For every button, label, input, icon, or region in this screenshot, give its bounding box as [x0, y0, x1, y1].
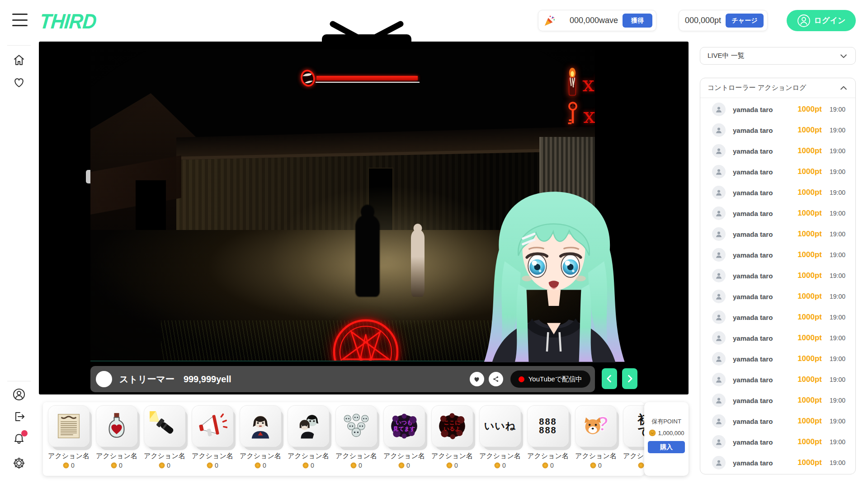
action-label: アクション名	[527, 452, 569, 460]
log-time: 19:00	[822, 293, 845, 300]
logout-icon[interactable]	[12, 410, 26, 423]
favorite-button[interactable]	[470, 372, 484, 386]
log-time: 19:00	[822, 272, 845, 279]
log-entry: yamada taro 1000pt 19:00	[700, 328, 855, 348]
log-entry: yamada taro 1000pt 19:00	[700, 120, 855, 141]
action-keycap-button[interactable]: 初 で	[623, 405, 644, 447]
log-time: 19:00	[822, 334, 845, 342]
next-stream-button[interactable]	[622, 368, 637, 389]
coin-icon	[159, 462, 165, 469]
point-balance: 1,000,000	[644, 429, 689, 436]
log-entry: yamada taro 1000pt 19:00	[700, 452, 855, 473]
login-button[interactable]: ログイン	[787, 10, 856, 31]
account-icon[interactable]	[12, 388, 26, 401]
share-button[interactable]	[489, 372, 503, 386]
action-label: アクション名	[479, 452, 521, 460]
coin-icon	[638, 462, 644, 469]
action-thumbnail	[293, 411, 323, 441]
action-keycap-button[interactable]: ?	[575, 405, 617, 447]
log-points: 1000pt	[790, 292, 822, 301]
action-log-header[interactable]: コントローラー アクションログ	[700, 78, 855, 98]
log-points: 1000pt	[790, 126, 822, 135]
action-keycap-button[interactable]	[240, 405, 281, 447]
action-keycap-button[interactable]	[96, 405, 137, 447]
wave-get-button[interactable]: 獲得	[623, 14, 652, 28]
youtube-live-badge[interactable]: YouTubeで配信中	[510, 371, 590, 388]
buy-button[interactable]: 購入	[648, 441, 685, 453]
action-keycap-button[interactable]	[288, 405, 329, 447]
user-avatar-icon	[712, 165, 726, 178]
log-points: 1000pt	[790, 417, 822, 426]
heart-icon[interactable]	[12, 75, 26, 89]
log-username: yamada taro	[733, 272, 790, 280]
action-label: アクション名	[431, 452, 473, 460]
log-time: 19:00	[822, 168, 845, 175]
user-avatar-icon	[712, 290, 726, 303]
gear-icon[interactable]	[12, 456, 26, 470]
action-label: アクション名	[623, 452, 644, 460]
wave-value: 000,000wave	[556, 16, 623, 25]
action-item: 初 で アクション名 0	[620, 405, 644, 476]
charge-button[interactable]: チャージ	[726, 14, 764, 28]
action-keycap-button[interactable]	[48, 405, 90, 447]
action-keycap-button[interactable]: ここに いるよ	[431, 405, 473, 447]
action-item: アクション名 0	[284, 405, 332, 476]
action-count-value: 0	[550, 462, 554, 469]
log-username: yamada taro	[733, 459, 790, 467]
streamer-avatar[interactable]	[96, 371, 112, 387]
action-label: アクション名	[383, 452, 425, 460]
log-points: 1000pt	[790, 230, 822, 239]
vtuber-avatar	[468, 183, 640, 362]
log-time: 19:00	[822, 376, 845, 383]
action-count-value: 0	[167, 462, 170, 469]
action-item: ここに いるよ アクション名 0	[428, 405, 476, 476]
action-keycap-button[interactable]: いつも 見てます	[383, 405, 425, 447]
user-avatar-icon	[712, 394, 726, 407]
yell-total: 999,999yell	[184, 374, 231, 385]
log-points: 1000pt	[790, 396, 822, 405]
home-icon[interactable]	[12, 53, 26, 67]
action-item: アクション名 0	[45, 405, 93, 476]
action-thumbnail	[389, 411, 419, 441]
chevron-down-icon[interactable]	[839, 52, 848, 61]
prev-stream-button[interactable]	[602, 368, 617, 389]
log-entry: yamada taro 1000pt 19:00	[700, 244, 855, 265]
bell-icon[interactable]	[12, 432, 26, 446]
log-entry: yamada taro 1000pt 19:00	[700, 224, 855, 244]
action-count: 0	[350, 462, 362, 469]
action-keycap-button[interactable]	[335, 405, 377, 447]
live-list-card[interactable]: LIVE中 一覧	[700, 47, 856, 65]
user-avatar-icon	[712, 435, 726, 449]
log-username: yamada taro	[733, 147, 790, 155]
drawer-handle[interactable]	[86, 170, 90, 183]
action-keycap-button[interactable]	[144, 405, 185, 447]
log-entry: yamada taro 1000pt 19:00	[700, 390, 855, 411]
action-keycap-button[interactable]: 888 888	[527, 405, 569, 447]
log-time: 19:00	[822, 106, 845, 113]
app-root: THIRD 000,000wave 獲得 000,000pt チャージ ログイン	[0, 0, 868, 488]
action-thumbnail	[629, 411, 644, 441]
user-avatar-icon	[712, 144, 726, 158]
user-avatar-icon	[712, 186, 726, 199]
action-count: 0	[638, 462, 644, 469]
log-time: 19:00	[822, 251, 845, 258]
user-avatar-icon	[712, 310, 726, 324]
action-count: 0	[590, 462, 602, 469]
pentagram-icon	[327, 314, 404, 361]
heart-icon	[473, 375, 481, 383]
app-logo: THIRD	[38, 9, 97, 33]
log-username: yamada taro	[733, 293, 790, 300]
action-count-value: 0	[71, 462, 75, 469]
action-thumbnail	[150, 411, 179, 441]
log-points: 1000pt	[790, 458, 822, 467]
live-list-title: LIVE中 一覧	[708, 52, 839, 60]
chevron-up-icon[interactable]	[839, 84, 848, 93]
action-count-value: 0	[406, 462, 410, 469]
action-label: アクション名	[288, 452, 329, 460]
coin-icon	[649, 429, 656, 436]
candle-icon	[564, 68, 581, 98]
log-entry: yamada taro 1000pt 19:00	[700, 348, 855, 369]
action-keycap-button[interactable]: いいね	[479, 405, 521, 447]
action-keycap-button[interactable]	[192, 405, 233, 447]
user-avatar-icon	[712, 103, 726, 116]
